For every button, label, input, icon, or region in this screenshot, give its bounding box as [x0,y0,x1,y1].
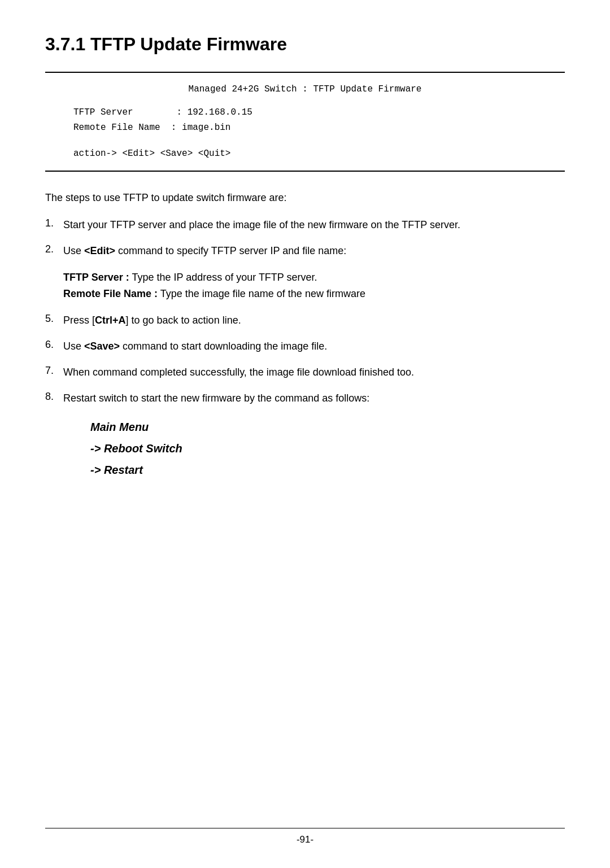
step-8: 8. Restart switch to start the new firmw… [45,391,565,407]
step-2-content: Use <Edit> command to specify TFTP serve… [63,243,565,259]
tftp-server-field-text: Type the IP address of your TFTP server. [132,272,317,283]
remote-file-label: Remote File Name [73,123,160,133]
step-6: 6. Use <Save> command to start downloadi… [45,339,565,355]
step-6-number: 6. [45,339,63,351]
step-8-number: 8. [45,391,63,403]
remote-file-value: : image.bin [171,123,231,133]
terminal-box: Managed 24+2G Switch : TFTP Update Firmw… [45,72,565,172]
step-1: 1. Start your TFTP server and place the … [45,217,565,233]
remote-file-field-desc: Remote File Name : Type the image file n… [63,286,565,303]
intro-text: The steps to use TFTP to update switch f… [45,192,565,204]
remote-file-line: Remote File Name : image.bin [73,120,548,136]
action-line: action-> <Edit> <Save> <Quit> [73,146,548,162]
page-number: -91- [297,834,313,845]
nav-restart: -> Restart [90,459,565,481]
page-footer: -91- [45,828,565,845]
step-5-number: 5. [45,313,63,325]
step-7-number: 7. [45,365,63,377]
step-8-content: Restart switch to start the new firmware… [63,391,565,407]
nav-main-menu: Main Menu [90,416,565,438]
tftp-server-field-desc: TFTP Server : Type the IP address of you… [63,269,565,286]
tftp-server-value: : 192.168.0.15 [176,107,252,117]
step-2-number: 2. [45,243,63,255]
step-1-number: 1. [45,217,63,229]
steps-list-2: 5. Press [Ctrl+A] to go back to action l… [45,313,565,407]
edit-fields-block: TFTP Server : Type the IP address of you… [63,269,565,303]
terminal-title: Managed 24+2G Switch : TFTP Update Firmw… [62,82,548,97]
step-2: 2. Use <Edit> command to specify TFTP se… [45,243,565,259]
remote-file-field-text: Type the image file name of the new firm… [160,288,365,299]
step-5: 5. Press [Ctrl+A] to go back to action l… [45,313,565,329]
tftp-server-line: TFTP Server : 192.168.0.15 [73,105,548,120]
nav-reboot-switch: -> Reboot Switch [90,438,565,459]
step-5-content: Press [Ctrl+A] to go back to action line… [63,313,565,329]
page-title: 3.7.1 TFTP Update Firmware [45,34,565,55]
step-6-content: Use <Save> command to start downloading … [63,339,565,355]
tftp-server-field-label: TFTP Server : [63,272,129,283]
nav-menu-block: Main Menu -> Reboot Switch -> Restart [90,416,565,481]
step-7-content: When command completed successfully, the… [63,365,565,381]
step-7: 7. When command completed successfully, … [45,365,565,381]
steps-list: 1. Start your TFTP server and place the … [45,217,565,259]
step-1-content: Start your TFTP server and place the ima… [63,217,565,233]
tftp-server-label: TFTP Server [73,107,133,117]
remote-file-field-label: Remote File Name : [63,288,158,299]
